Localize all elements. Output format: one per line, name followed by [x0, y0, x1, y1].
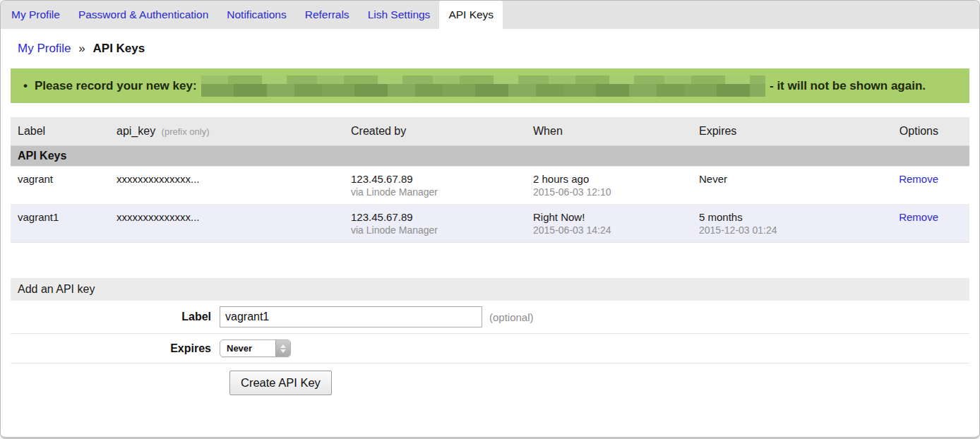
created-via: via Linode Manager: [351, 186, 519, 198]
expires-relative: Never: [699, 173, 877, 185]
col-header-api-key-note: (prefix only): [162, 126, 210, 137]
expires-field-row: Expires Never: [11, 334, 969, 363]
cell-created-by: 123.45.67.89 via Linode Manager: [344, 167, 526, 205]
when-relative: Right Now!: [533, 211, 685, 223]
profile-tab-bar: My Profile Password & Authentication Not…: [1, 1, 979, 29]
banner-message-suffix: - it will not be shown again.: [770, 79, 926, 93]
remove-key-link[interactable]: Remove: [899, 211, 938, 223]
col-header-expires: Expires: [692, 117, 884, 146]
col-header-api-key-text: api_key: [116, 125, 155, 137]
create-api-key-button[interactable]: Create API Key: [229, 371, 332, 395]
remove-key-link[interactable]: Remove: [899, 173, 938, 185]
cell-label: vagrant: [11, 167, 109, 205]
table-row: vagrant xxxxxxxxxxxxxx... 123.45.67.89 v…: [11, 167, 969, 205]
table-title: API Keys: [11, 146, 969, 167]
banner-message-prefix: Please record your new key:: [35, 79, 197, 93]
submit-row: Create API Key: [11, 363, 969, 395]
created-via: via Linode Manager: [351, 224, 519, 236]
tab-api-keys[interactable]: API Keys: [439, 1, 503, 29]
api-keys-table: API Keys Label api_key (prefix only) Cre…: [11, 117, 969, 243]
cell-options: Remove: [884, 167, 969, 205]
banner-bullet: •: [23, 79, 28, 93]
redacted-api-key: [201, 76, 765, 97]
expires-relative: 5 months: [699, 211, 877, 223]
label-field-caption: Label: [11, 311, 220, 323]
cell-label: vagrant1: [11, 205, 109, 243]
col-header-options: Options: [884, 117, 969, 146]
expires-date: 2015-12-03 01:24: [699, 224, 877, 236]
tab-notifications[interactable]: Notifications: [217, 1, 295, 29]
page-title: API Keys: [93, 42, 145, 55]
label-input[interactable]: [220, 306, 482, 327]
expires-select-value: Never: [220, 343, 275, 354]
breadcrumb: My Profile » API Keys: [1, 29, 979, 66]
cell-expires: 5 months 2015-12-03 01:24: [692, 205, 884, 243]
table-row: vagrant1 xxxxxxxxxxxxxx... 123.45.67.89 …: [11, 205, 969, 243]
expires-select[interactable]: Never: [220, 339, 291, 357]
cell-expires: Never: [692, 167, 884, 205]
col-header-when: When: [526, 117, 692, 146]
when-relative: 2 hours ago: [533, 173, 685, 185]
cell-when: Right Now! 2015-06-03 14:24: [526, 205, 692, 243]
add-api-key-section-title: Add an API key: [11, 278, 969, 301]
label-field-row: Label (optional): [11, 301, 969, 334]
col-header-label: Label: [11, 117, 109, 146]
created-ip: 123.45.67.89: [351, 173, 519, 185]
tab-my-profile[interactable]: My Profile: [2, 1, 69, 29]
when-date: 2015-06-03 12:10: [533, 186, 685, 198]
breadcrumb-my-profile-link[interactable]: My Profile: [18, 42, 71, 55]
add-api-key-form: Label (optional) Expires Never Create AP…: [11, 301, 969, 395]
cell-options: Remove: [884, 205, 969, 243]
tab-lish-settings[interactable]: Lish Settings: [359, 1, 440, 29]
when-date: 2015-06-03 14:24: [533, 224, 685, 236]
expires-field-caption: Expires: [11, 342, 220, 355]
cell-api-key: xxxxxxxxxxxxxx...: [109, 205, 344, 243]
breadcrumb-separator: »: [78, 42, 85, 55]
select-stepper-icon: [275, 340, 290, 356]
optional-note: (optional): [489, 311, 534, 323]
cell-when: 2 hours ago 2015-06-03 12:10: [526, 167, 692, 205]
col-header-api-key: api_key (prefix only): [109, 117, 344, 146]
new-key-notice-banner: • Please record your new key: - it will …: [11, 68, 969, 103]
cell-api-key: xxxxxxxxxxxxxx...: [109, 167, 344, 205]
col-header-created-by: Created by: [344, 117, 526, 146]
created-ip: 123.45.67.89: [351, 211, 519, 223]
tab-password-authentication[interactable]: Password & Authentication: [69, 1, 217, 29]
table-header-row: Label api_key (prefix only) Created by W…: [11, 117, 969, 146]
cell-created-by: 123.45.67.89 via Linode Manager: [344, 205, 526, 243]
tab-referrals[interactable]: Referrals: [296, 1, 359, 29]
linode-manager-window: My Profile Password & Authentication Not…: [0, 0, 980, 439]
